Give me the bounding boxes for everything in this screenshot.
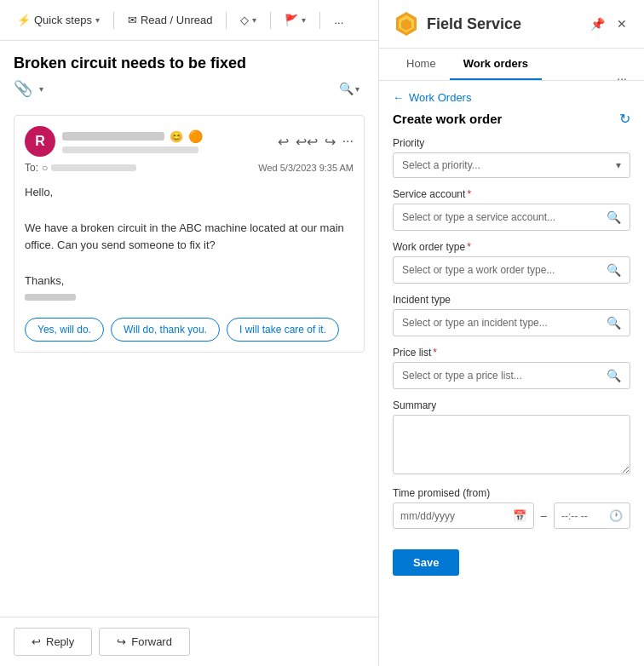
work-order-type-label-text: Work order type: [393, 241, 465, 253]
work-order-type-required: *: [467, 241, 471, 253]
service-account-label: Service account *: [393, 188, 630, 200]
flag2-button[interactable]: 🚩 ▾: [278, 10, 313, 30]
service-account-search-icon: 🔍: [607, 210, 621, 224]
back-label: Work Orders: [409, 91, 471, 104]
zoom-icon: 🔍: [339, 82, 354, 95]
signature-blur: [25, 294, 76, 301]
work-order-type-field-group: Work order type * Select or type a work …: [393, 241, 630, 284]
email-actions-row: 📎 ▾ 🔍 ▾: [14, 79, 365, 98]
read-unread-button[interactable]: ✉ Read / Unread: [121, 10, 220, 30]
back-nav[interactable]: ← Work Orders: [393, 91, 630, 104]
email-body-line2: We have a broken circuit in the ABC mach…: [25, 220, 354, 255]
service-account-field-group: Service account * Select or type a servi…: [393, 188, 630, 231]
time-placeholder: --:-- --: [561, 510, 588, 522]
time-promised-field-group: Time promised (from) mm/dd/yyyy 📅 – --:-…: [393, 487, 630, 529]
clock-icon: 🕐: [609, 509, 623, 522]
summary-textarea[interactable]: [393, 415, 630, 474]
priority-chevron-icon: ▾: [616, 159, 621, 171]
right-header: Field Service 📌 ✕ ···: [379, 0, 644, 49]
summary-field-group: Summary: [393, 399, 630, 477]
save-button[interactable]: Save: [393, 549, 459, 576]
refresh-button[interactable]: ↻: [619, 111, 630, 127]
price-list-placeholder: Select or type a price list...: [402, 370, 522, 382]
email-body-line1: Hello,: [25, 184, 354, 202]
toolbar-separator-1: [113, 12, 114, 29]
flag2-chevron-icon: ▾: [302, 15, 306, 25]
incident-type-label: Incident type: [393, 294, 630, 306]
quick-replies: Yes, will do. Will do, thank you. I will…: [25, 318, 354, 342]
reply-icon[interactable]: ↩: [278, 134, 289, 150]
forward-icon[interactable]: ↪: [325, 134, 336, 150]
envelope-icon: ✉: [128, 14, 137, 26]
time-promised-row: mm/dd/yyyy 📅 – --:-- -- 🕐: [393, 502, 630, 529]
date-input[interactable]: mm/dd/yyyy 📅: [393, 502, 534, 529]
email-content: Hello, We have a broken circuit in the A…: [25, 177, 354, 307]
toolbar-separator-4: [319, 12, 320, 29]
reply-label: Reply: [46, 635, 74, 648]
tab-home[interactable]: Home: [393, 49, 450, 80]
zoom-button[interactable]: 🔍 ▾: [334, 80, 365, 97]
time-input[interactable]: --:-- -- 🕐: [554, 502, 630, 529]
forward-button[interactable]: ↪ Forward: [99, 628, 190, 656]
sender-name-blur: [62, 132, 164, 141]
date-placeholder: mm/dd/yyyy: [400, 510, 455, 522]
field-service-icon: [393, 10, 420, 37]
lightning-icon: ⚡: [17, 14, 31, 26]
service-account-placeholder: Select or type a service account...: [402, 211, 555, 223]
right-panel: Field Service 📌 ✕ ··· Home Work orders ←…: [379, 0, 644, 666]
right-content: ← Work Orders Create work order ↻ Priori…: [379, 81, 644, 666]
to-row: To: ○ Wed 5/3/2023 9:35 AM: [25, 162, 354, 174]
email-meta: R 😊 🟠 ↩ ↩↩ ↪ ··· To: ○: [14, 115, 365, 353]
more-options-button[interactable]: ···: [613, 68, 630, 89]
badge-icon: 🟠: [188, 129, 203, 143]
time-promised-label: Time promised (from): [393, 487, 630, 499]
to-label: To:: [25, 162, 38, 174]
quick-reply-2[interactable]: Will do, thank you.: [111, 318, 220, 342]
left-panel: ⚡ Quick steps ▾ ✉ Read / Unread ◇ ▾ 🚩 ▾ …: [0, 0, 379, 666]
app-icon: [393, 10, 420, 37]
price-list-label-text: Price list: [393, 347, 431, 359]
service-account-input[interactable]: Select or type a service account... 🔍: [393, 204, 630, 231]
priority-select[interactable]: Select a priority... ▾: [393, 152, 630, 178]
reply-arrow-icon: ↩: [32, 635, 41, 648]
priority-field-group: Priority Select a priority... ▾: [393, 137, 630, 178]
incident-type-search-icon: 🔍: [607, 316, 621, 330]
form-title-row: Create work order ↻: [393, 111, 630, 127]
service-account-required: *: [467, 188, 471, 200]
email-more-icon[interactable]: ···: [342, 134, 354, 149]
priority-label: Priority: [393, 137, 630, 149]
tab-work-orders[interactable]: Work orders: [450, 49, 542, 80]
incident-type-input[interactable]: Select or type an incident type... 🔍: [393, 309, 630, 336]
app-title: Field Service: [427, 15, 580, 33]
work-order-type-placeholder: Select or type a work order type...: [402, 264, 555, 276]
incident-type-field-group: Incident type Select or type an incident…: [393, 294, 630, 336]
sender-email-blur: [62, 146, 198, 153]
quick-steps-chevron-icon: ▾: [95, 15, 100, 25]
work-order-type-label: Work order type *: [393, 241, 630, 253]
calendar-icon: 📅: [513, 509, 526, 522]
price-list-label: Price list *: [393, 347, 630, 359]
attachment-icon[interactable]: 📎: [14, 79, 32, 98]
price-list-input[interactable]: Select or type a price list... 🔍: [393, 362, 630, 389]
email-title: Broken circuit needs to be fixed: [14, 55, 365, 72]
flag-button[interactable]: ◇ ▾: [233, 10, 263, 30]
reply-all-icon[interactable]: ↩↩: [296, 134, 318, 150]
reply-button[interactable]: ↩ Reply: [14, 628, 92, 656]
flag-icon: 🚩: [285, 14, 298, 26]
quick-steps-button[interactable]: ⚡ Quick steps ▾: [10, 10, 106, 30]
work-order-type-input[interactable]: Select or type a work order type... 🔍: [393, 256, 630, 284]
quick-reply-1[interactable]: Yes, will do.: [25, 318, 104, 342]
form-title: Create work order: [393, 112, 502, 126]
forward-label: Forward: [131, 635, 172, 648]
tabs: Home Work orders: [379, 49, 644, 81]
back-arrow-icon: ←: [393, 91, 404, 104]
more-button[interactable]: ...: [327, 10, 350, 30]
emoji-icon: 😊: [170, 130, 183, 143]
email-footer: ↩ Reply ↪ Forward: [0, 617, 378, 666]
email-toolbar-icons: ↩ ↩↩ ↪ ···: [278, 134, 354, 150]
pin-button[interactable]: 📌: [587, 14, 608, 34]
attachment-chevron-icon: ▾: [39, 84, 43, 94]
quick-reply-3[interactable]: I will take care of it.: [227, 318, 339, 342]
incident-type-placeholder: Select or type an incident type...: [402, 317, 548, 329]
close-button[interactable]: ✕: [613, 14, 630, 34]
